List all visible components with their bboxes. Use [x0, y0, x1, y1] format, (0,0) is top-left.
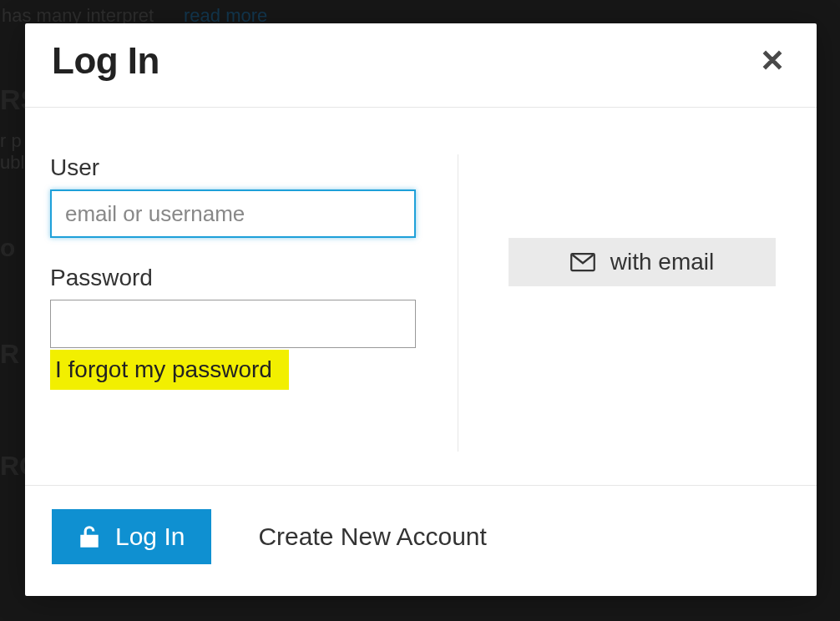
social-login-column: with email	[458, 154, 792, 452]
login-modal: Log In User Password I forgot my passwor…	[25, 23, 817, 596]
login-form-column: User Password I forgot my password	[50, 154, 458, 452]
password-field-group: Password	[50, 265, 424, 348]
user-input[interactable]	[50, 189, 416, 238]
password-input[interactable]	[50, 300, 416, 348]
modal-body: User Password I forgot my password with …	[25, 108, 817, 486]
envelope-icon	[570, 252, 595, 272]
unlock-icon	[78, 524, 100, 549]
email-button-label: with email	[610, 249, 714, 275]
close-button[interactable]	[755, 43, 790, 80]
modal-header: Log In	[25, 23, 817, 108]
login-button-label: Log In	[115, 523, 185, 551]
modal-footer: Log In Create New Account	[25, 486, 817, 596]
modal-title: Log In	[52, 40, 159, 82]
forgot-password-link[interactable]: I forgot my password	[50, 350, 289, 390]
create-account-link[interactable]: Create New Account	[258, 523, 486, 551]
user-label: User	[50, 154, 424, 181]
close-icon	[758, 46, 787, 74]
login-submit-button[interactable]: Log In	[52, 509, 211, 564]
login-with-email-button[interactable]: with email	[509, 238, 776, 286]
password-label: Password	[50, 265, 424, 291]
user-field-group: User	[50, 154, 424, 238]
